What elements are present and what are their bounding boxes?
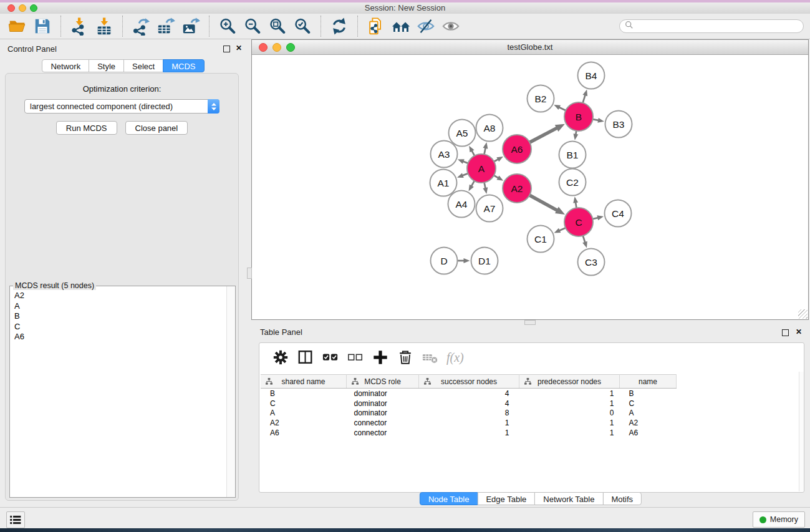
export-table-icon[interactable] <box>154 16 178 37</box>
graph-node-C[interactable]: C <box>564 208 593 236</box>
mcds-result-item[interactable]: A2 <box>14 291 226 301</box>
export-network-icon[interactable] <box>129 16 153 37</box>
close-table-panel-icon[interactable]: ✕ <box>796 327 802 336</box>
close-panel-icon[interactable]: ✕ <box>236 44 242 52</box>
home-icon[interactable] <box>389 16 413 37</box>
table-row[interactable]: Adominator80A <box>261 408 677 418</box>
tab-select[interactable]: Select <box>123 59 163 72</box>
graph-node-B[interactable]: B <box>564 102 593 131</box>
graph-node-D[interactable]: D <box>431 248 458 274</box>
table-row[interactable]: A6connector11A6 <box>261 428 677 438</box>
graph-node-A4[interactable]: A4 <box>448 191 475 218</box>
graph-node-A[interactable]: A <box>467 154 496 183</box>
graph-edge-A2-C[interactable] <box>529 195 557 211</box>
criterion-dropdown[interactable]: largest connected component (directed) <box>24 99 219 114</box>
float-table-panel-icon[interactable] <box>782 329 789 336</box>
zoom-out-icon[interactable] <box>241 16 264 37</box>
node-label: B2 <box>535 94 547 104</box>
select-all-icon[interactable] <box>319 347 342 368</box>
mcds-result-list[interactable]: A2ABCA6 <box>10 288 226 497</box>
columns-icon[interactable] <box>294 347 317 368</box>
graph-node-B4[interactable]: B4 <box>578 62 605 89</box>
search-box[interactable] <box>619 19 804 33</box>
zoom-selected-icon[interactable] <box>291 16 314 37</box>
graph-node-A6[interactable]: A6 <box>503 135 531 163</box>
graph-node-A3[interactable]: A3 <box>431 141 458 168</box>
vertical-splitter-grip[interactable] <box>247 268 252 279</box>
gear-icon[interactable] <box>269 347 292 368</box>
zoom-fit-icon[interactable] <box>266 16 289 37</box>
column-header[interactable]: name <box>620 375 677 389</box>
edge-arrowhead <box>496 157 503 162</box>
graph-node-B1[interactable]: B1 <box>559 142 586 168</box>
graph-edge-C-C3[interactable] <box>583 235 586 243</box>
node-table[interactable]: shared nameMCDS rolesuccessor nodesprede… <box>261 374 677 437</box>
refresh-icon[interactable] <box>327 16 351 37</box>
tab-network-table[interactable]: Network Table <box>534 492 603 505</box>
tab-motifs[interactable]: Motifs <box>602 492 642 505</box>
delete-icon[interactable] <box>394 347 417 368</box>
graph-edge-B-B2[interactable] <box>558 107 566 111</box>
horizontal-splitter-grip[interactable] <box>524 320 536 325</box>
mcds-result-item[interactable]: A <box>14 301 226 312</box>
graph-node-C1[interactable]: C1 <box>528 226 554 253</box>
node-label: A3 <box>438 149 450 160</box>
tab-mcds[interactable]: MCDS <box>163 59 204 72</box>
zoom-in-icon[interactable] <box>216 16 239 37</box>
column-header[interactable]: predecessor nodes <box>519 375 620 389</box>
import-network-icon[interactable] <box>67 16 91 37</box>
delete-column-icon[interactable] <box>419 347 441 368</box>
search-input[interactable] <box>636 21 803 31</box>
mcds-result-item[interactable]: B <box>14 311 226 322</box>
table-row[interactable]: A2connector11A2 <box>261 418 677 428</box>
graph-node-C4[interactable]: C4 <box>605 200 632 227</box>
network-canvas[interactable]: AA1A2A3A4A5A6A7A8BB1B2B3B4CC1C2C3C4DD1 <box>252 55 808 319</box>
open-session-icon[interactable] <box>6 16 29 37</box>
tab-network[interactable]: Network <box>42 59 89 72</box>
graph-node-A5[interactable]: A5 <box>449 120 476 147</box>
run-mcds-button[interactable]: Run MCDS <box>56 121 117 135</box>
network-graph[interactable]: AA1A2A3A4A5A6A7A8BB1B2B3B4CC1C2C3C4DD1 <box>252 55 808 320</box>
deselect-all-icon[interactable] <box>344 347 367 368</box>
column-header[interactable]: shared name <box>261 375 347 389</box>
column-header[interactable]: successor nodes <box>419 375 519 389</box>
graph-node-C2[interactable]: C2 <box>559 169 586 196</box>
network-window-titlebar[interactable]: testGlobe.txt <box>252 40 808 55</box>
graph-node-D1[interactable]: D1 <box>471 248 498 274</box>
graph-node-C3[interactable]: C3 <box>578 249 605 276</box>
window-resize-grip[interactable] <box>798 309 808 319</box>
node-label: A7 <box>484 203 496 214</box>
graph-node-A8[interactable]: A8 <box>476 115 503 142</box>
clone-session-icon[interactable] <box>364 16 388 37</box>
save-session-icon[interactable] <box>31 16 54 37</box>
graph-node-A7[interactable]: A7 <box>476 195 503 222</box>
memory-button[interactable]: Memory <box>753 511 805 528</box>
close-panel-button[interactable]: Close panel <box>125 121 188 135</box>
add-icon[interactable] <box>369 347 392 368</box>
graph-edge-B-B4[interactable] <box>582 94 585 104</box>
graph-node-A2[interactable]: A2 <box>503 174 531 203</box>
import-table-icon[interactable] <box>92 16 116 37</box>
window-title: Session: New Session <box>0 3 810 12</box>
mcds-result-item[interactable]: C <box>14 322 226 332</box>
graph-node-B2[interactable]: B2 <box>528 85 554 112</box>
mcds-panel: Optimization criterion: largest connecte… <box>5 73 239 501</box>
graph-node-A1[interactable]: A1 <box>430 170 457 196</box>
hide-labels-icon[interactable] <box>414 16 438 37</box>
table-scrollbar[interactable] <box>799 372 804 491</box>
list-scrollbar[interactable] <box>226 286 235 497</box>
mcds-result-item[interactable]: A6 <box>14 332 226 342</box>
export-image-icon[interactable] <box>179 16 203 37</box>
graph-edge-A6-B[interactable] <box>529 128 557 143</box>
task-history-button[interactable] <box>6 511 25 528</box>
window-titlebar[interactable]: Session: New Session <box>0 2 810 14</box>
table-row[interactable]: Cdominator41C <box>261 399 677 409</box>
column-header[interactable]: MCDS role <box>347 375 419 389</box>
tab-node-table[interactable]: Node Table <box>420 492 478 505</box>
graph-node-B3[interactable]: B3 <box>605 111 632 138</box>
table-row[interactable]: Bdominator41B <box>261 389 677 399</box>
show-graphics-details-icon[interactable] <box>439 16 463 37</box>
tab-edge-table[interactable]: Edge Table <box>477 492 535 505</box>
tab-style[interactable]: Style <box>89 59 124 72</box>
float-panel-icon[interactable] <box>223 46 230 52</box>
